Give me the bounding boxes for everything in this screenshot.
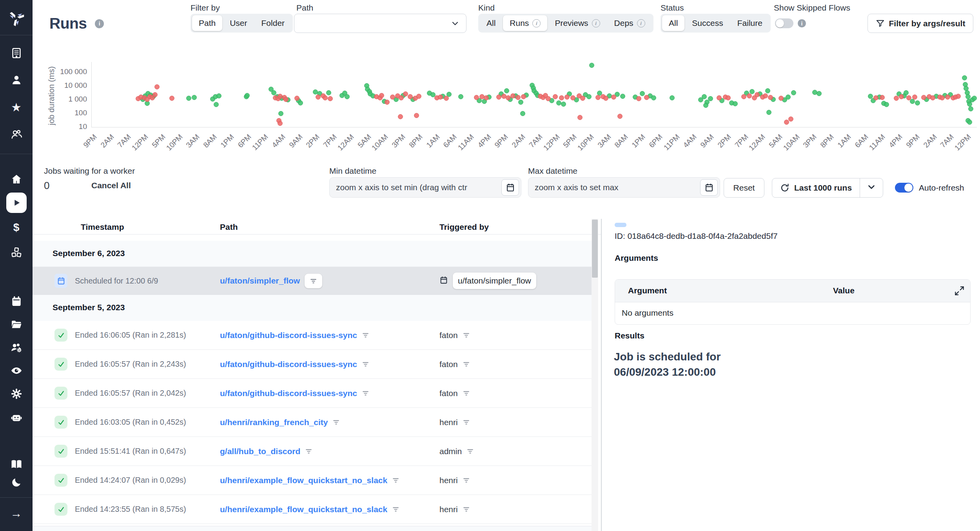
run-dot-failure[interactable] bbox=[912, 95, 917, 100]
run-dot-failure[interactable] bbox=[169, 96, 174, 101]
run-dot-failure[interactable] bbox=[906, 95, 911, 100]
run-dot-success[interactable] bbox=[504, 88, 509, 93]
run-dot-success[interactable] bbox=[817, 91, 822, 96]
run-dot-success[interactable] bbox=[298, 100, 303, 105]
run-dot-success[interactable] bbox=[345, 94, 350, 99]
min-datetime-input[interactable] bbox=[336, 183, 498, 192]
resources-cubes-icon[interactable] bbox=[0, 247, 33, 258]
run-dot-failure[interactable] bbox=[154, 84, 160, 89]
run-path-link[interactable]: u/henri/example_flow_quickstart_no_slack bbox=[220, 476, 387, 485]
reset-button[interactable]: Reset bbox=[724, 178, 764, 198]
filter-by-path-icon[interactable] bbox=[305, 274, 322, 288]
run-dot-success[interactable] bbox=[518, 100, 523, 105]
groups-icon[interactable] bbox=[0, 129, 33, 140]
run-dot-success[interactable] bbox=[884, 102, 889, 107]
workers-robot-icon[interactable] bbox=[0, 412, 33, 424]
run-dot-failure[interactable] bbox=[577, 115, 583, 120]
run-dot-success[interactable] bbox=[733, 101, 738, 106]
run-dot-failure[interactable] bbox=[873, 95, 878, 100]
folders-icon[interactable] bbox=[0, 318, 33, 330]
run-dot-failure[interactable] bbox=[283, 97, 289, 102]
run-dot-success[interactable] bbox=[702, 94, 707, 99]
run-path-link[interactable]: u/henri/example_flow_quickstart_no_slack bbox=[220, 505, 387, 514]
audit-logs-eye-icon[interactable] bbox=[0, 365, 33, 376]
run-dot-failure[interactable] bbox=[414, 113, 419, 118]
col-path[interactable]: Path bbox=[220, 222, 238, 232]
run-dot-success[interactable] bbox=[968, 106, 973, 111]
favorites-star-icon[interactable]: ★ bbox=[0, 102, 33, 113]
max-datetime-input[interactable] bbox=[535, 183, 697, 192]
run-path-link[interactable]: u/faton/github-discord-issues-sync bbox=[220, 389, 357, 398]
run-row[interactable]: Ended 16:05:57 (Ran in 2,042s)u/faton/gi… bbox=[33, 379, 592, 408]
run-path-link[interactable]: u/faton/simpler_flow bbox=[220, 276, 300, 286]
run-dot-success[interactable] bbox=[216, 93, 221, 98]
run-dot-failure[interactable] bbox=[763, 93, 768, 98]
filter-by-user-icon[interactable] bbox=[463, 331, 470, 339]
status-failure-option[interactable]: Failure bbox=[731, 15, 769, 31]
path-select[interactable] bbox=[294, 14, 466, 33]
run-dot-failure[interactable] bbox=[484, 95, 489, 100]
runs-limit-main[interactable]: Last 1000 runs bbox=[772, 183, 860, 193]
run-dot-failure[interactable] bbox=[444, 96, 449, 101]
run-path-link[interactable]: g/all/hub_to_discord bbox=[220, 447, 300, 456]
run-row[interactable]: Scheduled for 12:00 6/9u/faton/simpler_f… bbox=[33, 267, 592, 295]
run-dot-success[interactable] bbox=[620, 94, 625, 99]
max-datetime-calendar-button[interactable] bbox=[700, 179, 718, 196]
run-row[interactable]: Ended 16:05:57 (Ran in 2,243s)u/faton/gi… bbox=[33, 350, 592, 379]
run-dot-success[interactable] bbox=[651, 95, 656, 100]
run-dot-failure[interactable] bbox=[474, 95, 479, 100]
filter-by-user-option[interactable]: User bbox=[223, 15, 254, 31]
run-dot-success[interactable] bbox=[791, 90, 796, 95]
dark-mode-moon-icon[interactable] bbox=[0, 477, 33, 488]
run-dot-failure[interactable] bbox=[779, 96, 784, 101]
run-row[interactable]: Ended 14:23:55 (Ran in 8,575s)u/henri/ex… bbox=[33, 495, 592, 524]
run-dot-failure[interactable] bbox=[328, 96, 333, 101]
triggered-by-badge[interactable]: u/faton/simpler_flow bbox=[453, 273, 536, 289]
run-dot-failure[interactable] bbox=[717, 95, 722, 100]
run-dot-failure[interactable] bbox=[416, 94, 421, 99]
run-dot-failure[interactable] bbox=[323, 95, 328, 100]
run-path-link[interactable]: u/henri/ranking_french_city bbox=[220, 418, 328, 427]
home-icon[interactable] bbox=[0, 173, 33, 185]
run-dot-failure[interactable] bbox=[398, 114, 403, 119]
run-dot-failure[interactable] bbox=[899, 94, 904, 99]
run-dot-failure[interactable] bbox=[956, 94, 961, 99]
run-dot-success[interactable] bbox=[765, 88, 770, 93]
run-dot-failure[interactable] bbox=[755, 92, 760, 97]
filter-by-path-icon[interactable] bbox=[332, 418, 340, 426]
run-dot-success[interactable] bbox=[708, 96, 713, 101]
filter-by-user-icon[interactable] bbox=[463, 476, 470, 484]
run-dot-failure[interactable] bbox=[741, 94, 746, 99]
run-dot-failure[interactable] bbox=[496, 95, 501, 100]
run-path-link[interactable]: u/faton/github-discord-issues-sync bbox=[220, 360, 357, 369]
run-dot-failure[interactable] bbox=[580, 96, 585, 101]
run-dot-failure[interactable] bbox=[636, 96, 641, 101]
status-all-option[interactable]: All bbox=[662, 15, 684, 31]
runs-limit-dropdown[interactable] bbox=[860, 182, 883, 194]
docs-book-icon[interactable] bbox=[0, 459, 33, 469]
run-dot-success[interactable] bbox=[589, 63, 594, 68]
settings-gear-icon[interactable] bbox=[0, 388, 33, 400]
run-dot-success[interactable] bbox=[972, 96, 977, 101]
kind-previews-option[interactable]: Previewsi bbox=[548, 15, 606, 31]
run-dot-success[interactable] bbox=[458, 94, 463, 99]
run-dot-success[interactable] bbox=[520, 111, 525, 116]
run-dot-success[interactable] bbox=[278, 111, 283, 116]
run-dot-failure[interactable] bbox=[894, 96, 899, 101]
run-row[interactable]: Ended 16:06:05 (Ran in 2,281s)u/faton/gi… bbox=[33, 321, 592, 350]
variables-dollar-icon[interactable]: $ bbox=[0, 222, 33, 233]
runs-info-icon[interactable]: i bbox=[95, 19, 104, 28]
filter-by-path-icon[interactable] bbox=[392, 506, 399, 513]
run-dot-success[interactable] bbox=[786, 95, 791, 100]
run-dot-failure[interactable] bbox=[399, 95, 404, 100]
run-dot-success[interactable] bbox=[192, 95, 197, 100]
run-dot-success[interactable] bbox=[214, 102, 219, 107]
col-triggered-by[interactable]: Triggered by bbox=[439, 222, 489, 232]
run-dot-success[interactable] bbox=[915, 100, 920, 105]
kind-runs-option[interactable]: Runsi bbox=[503, 15, 547, 31]
run-dot-failure[interactable] bbox=[294, 96, 299, 101]
windmill-logo[interactable] bbox=[0, 0, 33, 35]
kind-deps-option[interactable]: Depsi bbox=[608, 15, 652, 31]
show-skipped-toggle[interactable] bbox=[775, 18, 793, 28]
run-dot-success[interactable] bbox=[904, 90, 909, 95]
